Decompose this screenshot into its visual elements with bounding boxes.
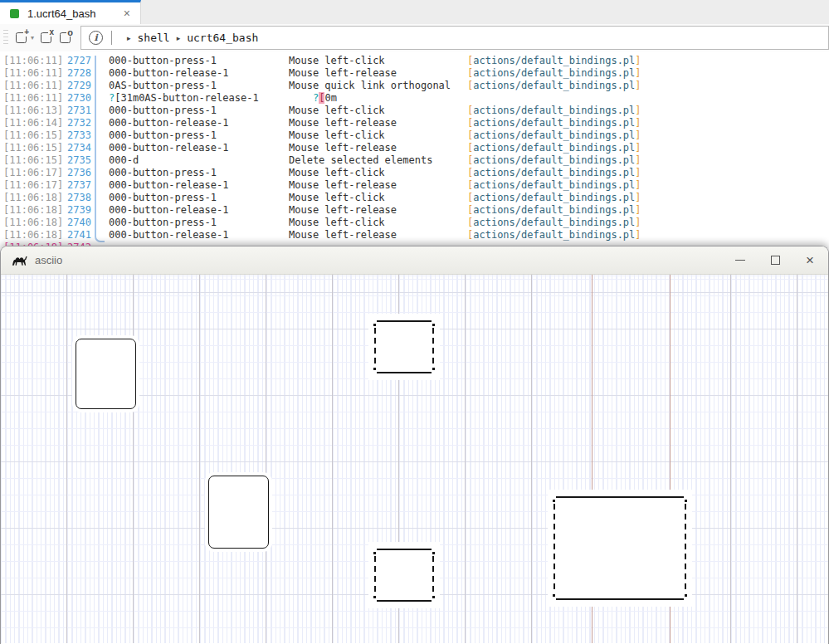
clone-tab-button[interactable]: o xyxy=(59,32,71,44)
grid-line-major xyxy=(797,275,797,643)
new-tab-button[interactable]: + xyxy=(15,32,27,44)
corner-dot xyxy=(553,594,555,597)
file-path: actions/default_bindings.pl xyxy=(473,129,635,141)
corner-dot xyxy=(685,594,687,597)
log-line-number: 2738 xyxy=(63,192,91,204)
log-row: [11:06:11]2730?[31m0AS-button-release-1?… xyxy=(0,92,829,105)
terminal-tab-bar: 1.ucrt64_bash × xyxy=(0,0,829,24)
file-path: actions/default_bindings.pl xyxy=(473,229,635,241)
camel-icon xyxy=(11,254,27,267)
grid-line-major xyxy=(66,275,67,643)
separator xyxy=(111,31,112,45)
toolbar-grip[interactable] xyxy=(3,30,8,46)
tab-close-icon[interactable]: × xyxy=(122,7,132,19)
maximize-button[interactable] xyxy=(768,254,782,267)
corner-dot xyxy=(432,324,435,326)
plus-glyph: + xyxy=(23,28,30,37)
asciio-window-title: asciio xyxy=(35,254,62,266)
terminal-toolbar: + ▾ x o i ▸ shell ▸ ucrt64_bash xyxy=(0,24,829,51)
log-action: 000-button-press-1 xyxy=(109,192,217,204)
log-action: 000-button-release-1 xyxy=(109,229,229,242)
asciio-box-dashed-1[interactable] xyxy=(368,314,440,380)
log-desc: Mouse left-release xyxy=(289,67,397,80)
close-icon: × xyxy=(806,255,814,266)
log-action: 000-button-release-1 xyxy=(109,204,229,217)
bracket: ] xyxy=(635,129,641,141)
screen: 1.ucrt64_bash × + ▾ x o i ▸ xyxy=(0,0,829,644)
log-time: [11:06:17] xyxy=(3,167,63,179)
log-file: [actions/default_bindings.pl] xyxy=(467,142,641,154)
log-file: [actions/default_bindings.pl] xyxy=(467,105,641,117)
log-action: 000-button-release-1 xyxy=(109,67,229,80)
desc-text: 0m xyxy=(324,92,336,104)
bracket: ] xyxy=(635,217,641,228)
asciio-box-dashed-3[interactable] xyxy=(548,490,692,607)
log-row: [11:06:18]2739000-button-release-1Mouse … xyxy=(0,204,829,217)
file-path: actions/default_bindings.pl xyxy=(473,204,635,216)
breadcrumb-session[interactable]: ucrt64_bash xyxy=(187,32,258,44)
bracket: ] xyxy=(635,167,641,178)
asciio-box-solid-2[interactable] xyxy=(208,476,269,549)
log-time: [11:06:11] xyxy=(3,92,63,105)
file-path: actions/default_bindings.pl xyxy=(473,55,635,66)
log-row: [11:06:18]2740000-button-press-1Mouse le… xyxy=(0,217,829,229)
log-action: 000-d xyxy=(109,154,139,167)
corner-dot xyxy=(432,596,435,598)
dashed-box-frame xyxy=(374,320,434,373)
log-desc: Mouse quick link orthogonal xyxy=(289,80,451,92)
log-file: [actions/default_bindings.pl] xyxy=(467,204,641,217)
log-action: ?[31m0AS-button-release-1 xyxy=(109,92,259,105)
breadcrumb-caret-icon: ▸ xyxy=(127,34,131,42)
log-desc: Mouse left-release xyxy=(289,117,397,129)
asciio-title-bar[interactable]: asciio × xyxy=(1,246,828,275)
terminal-tab[interactable]: 1.ucrt64_bash × xyxy=(0,0,141,24)
log-time: [11:06:17] xyxy=(3,179,63,192)
log-line-number: 2740 xyxy=(63,217,91,229)
log-row: [11:06:17]2736000-button-press-1Mouse le… xyxy=(0,167,829,179)
dashed-side xyxy=(685,504,686,593)
log-file: [actions/default_bindings.pl] xyxy=(467,80,641,92)
log-line-number: 2729 xyxy=(63,80,91,92)
bracket: ] xyxy=(635,105,641,116)
log-row: [11:06:14]2732000-button-release-1Mouse … xyxy=(0,117,829,129)
log-file: [actions/default_bindings.pl] xyxy=(467,179,641,192)
grid-line-major xyxy=(730,275,731,643)
asciio-box-dashed-2[interactable] xyxy=(368,542,440,608)
info-icon[interactable]: i xyxy=(89,31,103,45)
close-button[interactable]: × xyxy=(803,254,817,267)
corner-dot xyxy=(373,552,376,554)
bracket: ] xyxy=(635,55,641,66)
bracket: ] xyxy=(635,204,641,216)
breadcrumb-shell[interactable]: shell xyxy=(138,32,170,44)
asciio-canvas[interactable] xyxy=(1,275,828,643)
close-tab-button[interactable]: x xyxy=(40,32,52,44)
log-desc: Delete selected elements xyxy=(289,154,432,167)
minimize-button[interactable] xyxy=(734,254,747,267)
tab-status-icon xyxy=(10,9,19,18)
bracket: ] xyxy=(635,192,641,203)
log-line-number: 2732 xyxy=(63,117,91,129)
log-line-number: 2739 xyxy=(63,204,91,217)
log-action: 000-button-release-1 xyxy=(109,179,229,192)
grid-line-major xyxy=(531,275,532,643)
log-line-number: 2734 xyxy=(63,142,91,154)
log-time: [11:06:13] xyxy=(3,105,63,117)
corner-dot xyxy=(553,500,555,502)
log-row: [11:06:11]2727000-button-press-1Mouse le… xyxy=(0,55,829,67)
minimize-icon xyxy=(735,260,745,261)
log-output: [11:06:11]2727000-button-press-1Mouse le… xyxy=(0,51,829,254)
log-time: [11:06:18] xyxy=(3,217,63,229)
maximize-icon xyxy=(771,256,780,265)
log-time: [11:06:18] xyxy=(3,229,63,242)
dashed-box-frame xyxy=(374,549,434,602)
log-row: [11:06:17]2737000-button-release-1Mouse … xyxy=(0,179,829,192)
log-line-number: 2728 xyxy=(63,67,91,80)
corner-dot xyxy=(373,324,376,326)
log-row: [11:06:15]2735000-dDelete selected eleme… xyxy=(0,154,829,167)
log-file: [actions/default_bindings.pl] xyxy=(467,229,641,242)
corner-dot xyxy=(685,500,687,502)
new-tab-dropdown-icon[interactable]: ▾ xyxy=(31,34,34,41)
log-time: [11:06:18] xyxy=(3,204,63,217)
bracket: ] xyxy=(635,67,641,79)
asciio-box-solid-1[interactable] xyxy=(76,339,136,409)
